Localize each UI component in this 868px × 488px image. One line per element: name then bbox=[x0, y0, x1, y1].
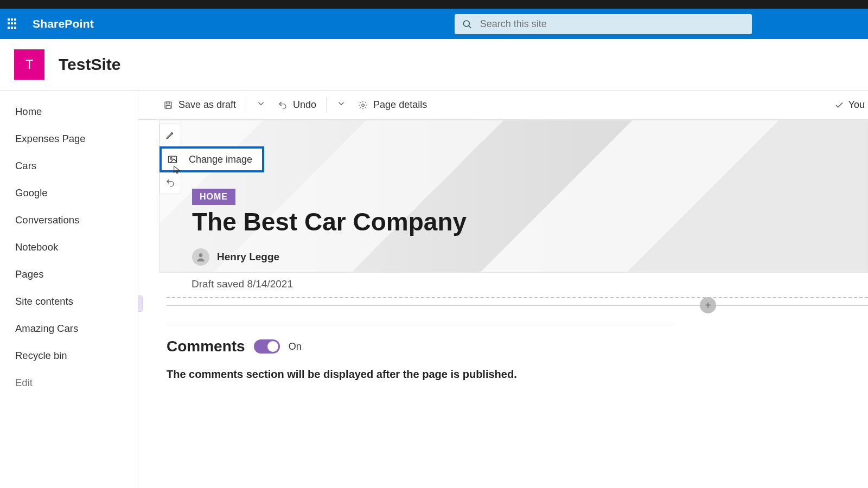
person-icon bbox=[195, 252, 206, 262]
separator bbox=[246, 98, 246, 113]
change-image-tooltip[interactable]: Change image bbox=[159, 146, 264, 172]
suite-bar: SharePoint bbox=[0, 9, 868, 39]
nav-item-conversations[interactable]: Conversations bbox=[0, 207, 138, 234]
site-logo[interactable]: T bbox=[14, 49, 44, 80]
pencil-icon bbox=[165, 130, 175, 140]
comments-heading: Comments bbox=[167, 338, 245, 355]
svg-point-7 bbox=[170, 158, 172, 159]
comments-note: The comments section will be displayed a… bbox=[167, 368, 517, 381]
save-as-draft-button[interactable]: Save as draft bbox=[158, 96, 241, 114]
chevron-down-icon bbox=[336, 99, 346, 108]
page-details-button[interactable]: Page details bbox=[353, 96, 432, 114]
undo-icon bbox=[278, 100, 288, 110]
topic-badge[interactable]: HOME bbox=[192, 189, 235, 205]
author-name[interactable]: Henry Legge bbox=[217, 251, 279, 263]
undo-chevron[interactable] bbox=[331, 95, 352, 114]
save-label: Save as draft bbox=[178, 99, 236, 111]
nav-item-pages[interactable]: Pages bbox=[0, 261, 138, 288]
status-right: You bbox=[834, 99, 868, 111]
svg-point-8 bbox=[199, 253, 203, 257]
draft-saved-label: Draft saved 8/14/2021 bbox=[192, 278, 868, 290]
svg-rect-6 bbox=[169, 156, 177, 163]
change-image-label: Change image bbox=[189, 154, 252, 165]
nav-item-notebook[interactable]: Notebook bbox=[0, 234, 138, 261]
separator bbox=[326, 98, 327, 113]
brand-label[interactable]: SharePoint bbox=[33, 17, 94, 30]
status-right-label: You bbox=[848, 99, 865, 111]
search-input[interactable] bbox=[480, 18, 744, 30]
nav-item-home[interactable]: Home bbox=[0, 98, 138, 125]
undo-button[interactable]: Undo bbox=[272, 96, 322, 114]
cursor-icon bbox=[173, 165, 181, 175]
gear-icon bbox=[358, 100, 368, 110]
save-chevron[interactable] bbox=[251, 95, 271, 114]
avatar[interactable] bbox=[192, 248, 209, 266]
undo-icon bbox=[165, 178, 175, 188]
hr bbox=[167, 325, 673, 325]
svg-point-0 bbox=[463, 20, 469, 26]
search-icon bbox=[462, 19, 473, 30]
canvas: Save as draft Undo Page details You bbox=[138, 91, 868, 488]
section-dashed-divider bbox=[167, 297, 868, 298]
nav-item-site-contents[interactable]: Site contents bbox=[0, 288, 138, 315]
site-header: T TestSite bbox=[0, 39, 868, 91]
add-section-left-button[interactable]: + bbox=[138, 296, 143, 312]
nav-edit-link[interactable]: Edit bbox=[0, 369, 138, 396]
hero-banner[interactable]: Change image HOME The Best Car Company H… bbox=[159, 120, 868, 273]
nav-item-google[interactable]: Google bbox=[0, 179, 138, 207]
site-title[interactable]: TestSite bbox=[59, 55, 120, 74]
svg-line-1 bbox=[469, 25, 471, 28]
author-row: Henry Legge bbox=[192, 248, 279, 266]
section-solid-line bbox=[167, 305, 868, 306]
reset-button[interactable] bbox=[160, 172, 181, 194]
left-nav: Home Expenses Page Cars Google Conversat… bbox=[0, 91, 138, 488]
svg-rect-3 bbox=[167, 102, 170, 104]
chevron-down-icon bbox=[256, 99, 266, 108]
nav-item-recycle-bin[interactable]: Recycle bin bbox=[0, 342, 138, 369]
toggle-knob bbox=[267, 341, 278, 352]
app-launcher-icon[interactable] bbox=[8, 18, 18, 29]
browser-chrome-bar bbox=[0, 0, 868, 9]
svg-rect-4 bbox=[166, 105, 170, 108]
comments-toggle[interactable] bbox=[254, 339, 280, 354]
comments-row: Comments On bbox=[167, 338, 302, 355]
command-bar: Save as draft Undo Page details You bbox=[138, 91, 868, 120]
page-details-label: Page details bbox=[373, 99, 427, 111]
page-title[interactable]: The Best Car Company bbox=[192, 207, 467, 236]
save-icon bbox=[163, 100, 173, 110]
edit-pencil-button[interactable] bbox=[160, 124, 181, 146]
nav-item-cars[interactable]: Cars bbox=[0, 152, 138, 179]
svg-point-5 bbox=[362, 104, 365, 106]
image-icon bbox=[167, 154, 178, 165]
search-box[interactable] bbox=[455, 14, 752, 34]
nav-item-amazing-cars[interactable]: Amazing Cars bbox=[0, 315, 138, 342]
undo-label: Undo bbox=[293, 99, 316, 111]
check-icon bbox=[834, 100, 844, 110]
comments-toggle-label: On bbox=[289, 341, 302, 352]
add-webpart-button[interactable]: + bbox=[700, 297, 716, 313]
nav-item-expenses[interactable]: Expenses Page bbox=[0, 125, 138, 152]
